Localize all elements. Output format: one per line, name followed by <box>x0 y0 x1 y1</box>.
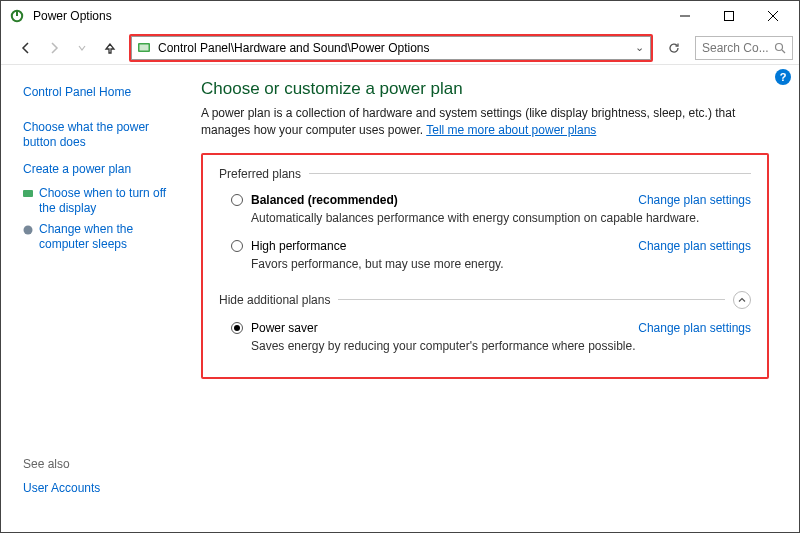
plan-power-saver: Power saver Change plan settings Saves e… <box>219 317 751 363</box>
radio-power-saver[interactable] <box>231 322 243 334</box>
svg-line-9 <box>782 50 785 53</box>
plan-high-performance: High performance Change plan settings Fa… <box>219 235 751 281</box>
plan-name: High performance <box>251 239 346 253</box>
svg-rect-10 <box>23 190 33 197</box>
plan-desc: Automatically balances performance with … <box>251 211 751 225</box>
address-path: Control Panel\Hardware and Sound\Power O… <box>158 41 626 55</box>
collapse-additional-button[interactable] <box>733 291 751 309</box>
minimize-button[interactable] <box>663 1 707 31</box>
refresh-button[interactable] <box>661 36 687 60</box>
change-settings-power-saver[interactable]: Change plan settings <box>638 321 751 335</box>
svg-point-8 <box>776 43 783 50</box>
maximize-button[interactable] <box>707 1 751 31</box>
window-title: Power Options <box>33 9 663 23</box>
sidebar: Control Panel Home Choose what the power… <box>1 65 181 532</box>
sidebar-item-turn-off-display[interactable]: Choose when to turn off the display <box>39 186 173 216</box>
sidebar-item-power-button[interactable]: Choose what the power button does <box>23 114 173 156</box>
search-input[interactable]: Search Co... <box>695 36 793 60</box>
sidebar-item-home[interactable]: Control Panel Home <box>23 79 173 106</box>
address-dropdown-icon[interactable]: ⌄ <box>632 41 646 54</box>
svg-rect-7 <box>140 44 149 50</box>
plan-balanced: Balanced (recommended) Change plan setti… <box>219 189 751 235</box>
close-button[interactable] <box>751 1 795 31</box>
search-icon <box>774 42 786 54</box>
svg-point-11 <box>24 226 33 235</box>
svg-rect-1 <box>16 10 18 16</box>
power-options-icon <box>9 8 25 24</box>
sidebar-item-create-plan[interactable]: Create a power plan <box>23 156 173 183</box>
main-content: ? Choose or customize a power plan A pow… <box>181 65 799 532</box>
nav-forward-button[interactable] <box>41 35 67 61</box>
nav-recent-button[interactable] <box>69 35 95 61</box>
page-title: Choose or customize a power plan <box>201 79 769 99</box>
change-settings-high-performance[interactable]: Change plan settings <box>638 239 751 253</box>
address-bar[interactable]: Control Panel\Hardware and Sound\Power O… <box>131 36 651 60</box>
annotation-plans-highlight: Preferred plans Balanced (recommended) C… <box>201 153 769 379</box>
radio-high-performance[interactable] <box>231 240 243 252</box>
sleep-icon <box>23 225 33 235</box>
plan-name: Balanced (recommended) <box>251 193 398 207</box>
see-also-label: See also <box>23 453 173 475</box>
divider <box>338 299 725 300</box>
navbar: Control Panel\Hardware and Sound\Power O… <box>1 31 799 65</box>
divider <box>309 173 751 174</box>
nav-back-button[interactable] <box>13 35 39 61</box>
svg-rect-3 <box>725 12 734 21</box>
additional-plans-label: Hide additional plans <box>219 293 330 307</box>
preferred-plans-label: Preferred plans <box>219 167 301 181</box>
preferred-plans-header: Preferred plans <box>219 167 751 181</box>
search-placeholder: Search Co... <box>702 41 774 55</box>
additional-plans-header: Hide additional plans <box>219 291 751 309</box>
learn-more-link[interactable]: Tell me more about power plans <box>426 123 596 137</box>
sidebar-item-sleep[interactable]: Change when the computer sleeps <box>39 222 173 252</box>
display-off-icon <box>23 189 33 199</box>
nav-up-button[interactable] <box>97 35 123 61</box>
change-settings-balanced[interactable]: Change plan settings <box>638 193 751 207</box>
sidebar-see-also-user-accounts[interactable]: User Accounts <box>23 475 173 502</box>
titlebar: Power Options <box>1 1 799 31</box>
control-panel-icon <box>136 40 152 56</box>
plan-desc: Favors performance, but may use more ene… <box>251 257 751 271</box>
help-icon[interactable]: ? <box>775 69 791 85</box>
plan-name: Power saver <box>251 321 318 335</box>
radio-balanced[interactable] <box>231 194 243 206</box>
plan-desc: Saves energy by reducing your computer's… <box>251 339 751 353</box>
page-description: A power plan is a collection of hardware… <box>201 105 769 139</box>
